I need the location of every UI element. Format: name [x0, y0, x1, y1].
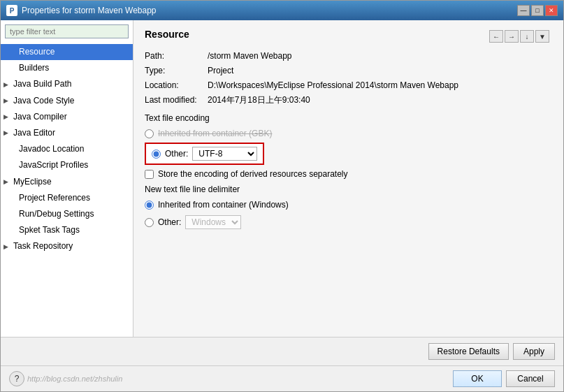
newline-select[interactable]: Windows Unix Mac: [185, 215, 241, 229]
sidebar-item-java-code-style[interactable]: ▶ Java Code Style: [1, 93, 133, 109]
inherited-encoding-radio[interactable]: [145, 129, 154, 138]
nav-dropdown-button[interactable]: ▼: [535, 30, 549, 43]
sidebar-item-java-compiler[interactable]: ▶ Java Compiler: [1, 109, 133, 125]
tree-arrow: ▶: [3, 242, 10, 252]
sidebar: Resource Builders ▶ Java Build Path ▶ Ja…: [1, 20, 133, 337]
bottom-action-buttons: Restore Defaults Apply: [1, 337, 563, 365]
inherited-encoding-label: Inherited from container (GBK): [158, 129, 272, 138]
path-row: Path: /storm Maven Webapp: [145, 50, 552, 62]
title-controls: — □ ✕: [517, 5, 558, 16]
location-row: Location: D:\Workspaces\MyEclipse Profes…: [145, 79, 552, 92]
footer-left: ? http://blog.csdn.net/zhshulin: [9, 371, 122, 386]
minimize-button[interactable]: —: [517, 5, 530, 16]
sidebar-item-label: Project References: [19, 191, 90, 205]
other-encoding-radio[interactable]: [152, 150, 161, 159]
maximize-button[interactable]: □: [531, 5, 544, 16]
main-content: Resource Builders ▶ Java Build Path ▶ Ja…: [1, 20, 563, 337]
last-modified-value: 2014年7月18日上午9:03:40: [208, 94, 310, 106]
nav-forward-button[interactable]: →: [505, 30, 519, 43]
sidebar-item-label: Java Build Path: [13, 78, 71, 91]
right-panel: Resource ← → ↓ ▼ Path: /storm Maven Weba…: [133, 20, 563, 337]
inherited-newline-radio[interactable]: [145, 201, 154, 210]
sidebar-item-label: Run/Debug Settings: [19, 208, 94, 221]
sidebar-item-label: JavaScript Profiles: [19, 159, 88, 172]
dialog-footer: ? http://blog.csdn.net/zhshulin OK Cance…: [1, 365, 563, 391]
path-value: /storm Maven Webapp: [208, 50, 292, 62]
dialog-icon: P: [6, 5, 17, 16]
apply-button[interactable]: Apply: [513, 343, 555, 360]
other-newline-radio[interactable]: [145, 218, 154, 227]
sidebar-item-javascript-profiles[interactable]: JavaScript Profiles: [1, 157, 133, 173]
tree-arrow: ▶: [3, 128, 10, 138]
cancel-button[interactable]: Cancel: [506, 370, 555, 387]
sidebar-item-java-editor[interactable]: ▶ Java Editor: [1, 125, 133, 141]
sidebar-item-label: Spket Task Tags: [19, 224, 80, 237]
sidebar-item-label: Java Editor: [13, 126, 55, 140]
type-row: Type: Project: [145, 64, 552, 77]
sidebar-item-label: Java Compiler: [13, 110, 67, 124]
nav-down-button[interactable]: ↓: [520, 30, 534, 43]
nav-back-button[interactable]: ←: [489, 30, 503, 43]
store-encoding-row: Store the encoding of derived resources …: [145, 169, 552, 179]
sidebar-item-builders[interactable]: Builders: [1, 60, 133, 76]
sidebar-item-project-references[interactable]: Project References: [1, 190, 133, 206]
dialog-title: Properties for storm Maven Webapp: [22, 6, 157, 15]
other-newline-row: Other: Windows Unix Mac: [145, 214, 552, 231]
sidebar-item-label: MyEclipse: [13, 175, 52, 189]
title-bar-left: P Properties for storm Maven Webapp: [6, 5, 157, 16]
sidebar-item-task-repository[interactable]: ▶ Task Repository: [1, 238, 133, 254]
inherited-newline-label: Inherited from container (Windows): [158, 200, 289, 210]
sidebar-item-java-build-path[interactable]: ▶ Java Build Path: [1, 76, 133, 92]
sidebar-item-label: Java Code Style: [13, 94, 74, 108]
line-delimiter-title: New text file line delimiter: [145, 184, 552, 194]
inherited-newline-row: Inherited from container (Windows): [145, 198, 552, 211]
location-value: D:\Workspaces\MyEclipse Professional 201…: [208, 79, 458, 92]
sidebar-item-myeclipse[interactable]: ▶ MyEclipse: [1, 174, 133, 190]
restore-defaults-button[interactable]: Restore Defaults: [428, 343, 509, 360]
sidebar-item-label: Task Repository: [13, 240, 73, 253]
tree-arrow: ▶: [3, 112, 10, 122]
close-button[interactable]: ✕: [545, 5, 558, 16]
text-encoding-section: Text file encoding Inherited from contai…: [145, 113, 552, 179]
ok-button[interactable]: OK: [453, 370, 502, 387]
encoding-section-title: Text file encoding: [145, 113, 552, 123]
sidebar-item-label: Builders: [19, 61, 49, 75]
resource-info-table: Path: /storm Maven Webapp Type: Project …: [145, 50, 552, 106]
properties-dialog: P Properties for storm Maven Webapp — □ …: [0, 0, 564, 392]
title-bar: P Properties for storm Maven Webapp — □ …: [1, 1, 563, 20]
sidebar-item-run-debug-settings[interactable]: Run/Debug Settings: [1, 206, 133, 222]
tree-arrow: ▶: [3, 177, 10, 187]
help-button[interactable]: ?: [9, 371, 24, 386]
path-label: Path:: [145, 50, 208, 62]
sidebar-item-label: Javadoc Location: [19, 143, 84, 156]
last-modified-label: Last modified:: [145, 94, 208, 106]
footer-right: OK Cancel: [453, 370, 555, 387]
last-modified-row: Last modified: 2014年7月18日上午9:03:40: [145, 94, 552, 106]
sidebar-item-javadoc-location[interactable]: Javadoc Location: [1, 141, 133, 157]
location-label: Location:: [145, 79, 208, 92]
dialog-body: Resource Builders ▶ Java Build Path ▶ Ja…: [1, 20, 563, 391]
store-encoding-checkbox[interactable]: [145, 170, 154, 179]
tree-arrow: ▶: [3, 96, 10, 106]
sidebar-item-label: Resource: [19, 45, 55, 59]
store-encoding-label: Store the encoding of derived resources …: [158, 169, 348, 179]
sidebar-item-spket-task-tags[interactable]: Spket Task Tags: [1, 222, 133, 238]
watermark-text: http://blog.csdn.net/zhshulin: [27, 375, 122, 383]
other-encoding-container: Other: UTF-8 GBK UTF-16 ISO-8859-1: [145, 143, 552, 165]
other-newline-label: Other:: [158, 217, 181, 227]
panel-title: Resource: [145, 29, 189, 43]
line-delimiter-section: New text file line delimiter Inherited f…: [145, 184, 552, 231]
tree-list: Resource Builders ▶ Java Build Path ▶ Ja…: [1, 43, 133, 337]
other-encoding-box: Other: UTF-8 GBK UTF-16 ISO-8859-1: [145, 143, 264, 165]
filter-input[interactable]: [5, 24, 129, 38]
tree-arrow: ▶: [3, 80, 10, 89]
other-encoding-label: Other:: [165, 149, 188, 159]
encoding-select[interactable]: UTF-8 GBK UTF-16 ISO-8859-1: [192, 147, 257, 161]
type-value: Project: [208, 64, 233, 77]
type-label: Type:: [145, 64, 208, 77]
navigation-bar: ← → ↓ ▼: [489, 29, 552, 43]
sidebar-item-resource[interactable]: Resource: [1, 44, 133, 60]
inherited-encoding-row: Inherited from container (GBK): [145, 127, 552, 140]
